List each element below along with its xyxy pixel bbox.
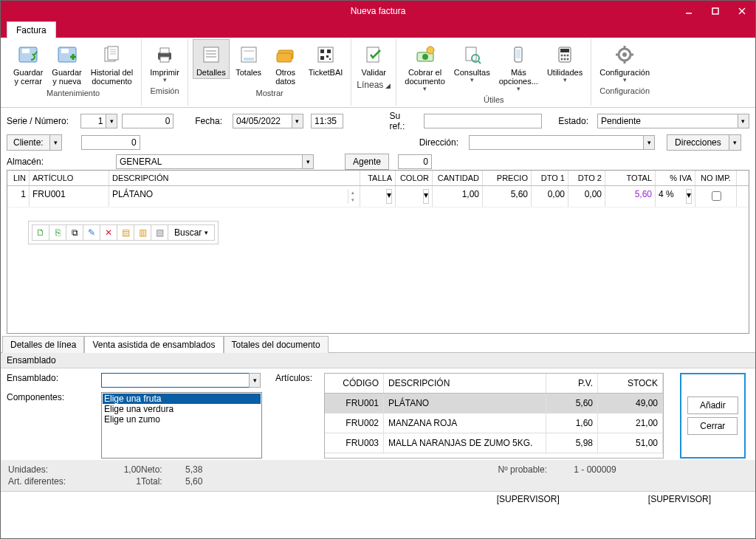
print-button[interactable]: Imprimir ▾ xyxy=(146,39,183,86)
direcciones-button[interactable]: Direcciones xyxy=(667,134,729,151)
list-item[interactable]: Elige una verdura xyxy=(103,404,261,414)
table-row[interactable]: FRU002 MANZANA ROJA 1,60 21,00 xyxy=(325,413,663,433)
tab-detalles-linea[interactable]: Detalles de línea xyxy=(2,336,84,353)
search-button[interactable]: Buscar▾ xyxy=(168,224,215,241)
mas-opciones-button[interactable]: Másopciones... ▾ xyxy=(495,39,542,95)
document-header: Serie / Número: ▾ Fecha: ▾ Su ref.: Esta… xyxy=(1,108,755,170)
list-item[interactable]: Elige un zumo xyxy=(103,414,261,425)
copy-line-button[interactable]: ⧉ xyxy=(66,224,83,241)
close-button[interactable] xyxy=(729,1,755,21)
fecha-input[interactable] xyxy=(233,114,292,128)
fecha-drop[interactable]: ▾ xyxy=(292,114,303,128)
svg-rect-41 xyxy=(516,49,520,58)
save-close-button[interactable]: Guardary cerrar xyxy=(10,39,47,88)
desc-spinner[interactable]: ▴▾ xyxy=(348,189,357,204)
svg-rect-31 xyxy=(326,55,329,58)
status-bar: [SUPERVISOR] [SUPERVISOR] xyxy=(1,491,755,507)
svg-point-35 xyxy=(422,54,428,60)
window-title: Nueva factura xyxy=(351,6,406,16)
almacen-drop[interactable]: ▾ xyxy=(302,154,314,169)
printer-icon xyxy=(153,43,176,66)
asm-actions: Añadir Cerrar xyxy=(680,373,746,459)
svg-point-44 xyxy=(561,55,563,57)
grid-row[interactable]: 1 FRU001 PLÁTANO ▴▾ ▾ ▾ 1,00 5,60 0,00 0… xyxy=(7,186,749,207)
image-button[interactable]: ▧ xyxy=(151,224,168,241)
direcciones-drop[interactable]: ▾ xyxy=(729,134,741,151)
suref-input[interactable] xyxy=(424,114,542,128)
svg-rect-29 xyxy=(327,49,331,53)
agente-num-input[interactable] xyxy=(398,154,432,169)
chevron-down-icon: ▾ xyxy=(623,77,627,83)
save-new-button[interactable]: Guardary nueva xyxy=(48,39,85,88)
utilidades-button[interactable]: Utilidades ▾ xyxy=(543,39,586,86)
numero-input[interactable] xyxy=(122,114,173,128)
grid-header: LIN ARTÍCULO DESCRIPCIÓN TALLA COLOR CAN… xyxy=(7,171,749,186)
cliente-num-input[interactable] xyxy=(81,135,140,150)
direccion-input[interactable] xyxy=(469,135,643,150)
insert-line-button[interactable]: ⎘ xyxy=(49,224,66,241)
svg-rect-43 xyxy=(560,49,569,52)
hora-input[interactable] xyxy=(311,114,343,128)
svg-point-51 xyxy=(622,52,627,57)
table-row[interactable]: FRU003 MALLA NARANJAS DE ZUMO 5KG. 5,98 … xyxy=(325,433,663,453)
edit-line-button[interactable]: ✎ xyxy=(83,224,100,241)
serie-label: Serie / Número: xyxy=(7,116,76,126)
ribbon-group-emision: Imprimir ▾ Emisión xyxy=(142,39,188,106)
cerrar-button[interactable]: Cerrar xyxy=(687,417,738,435)
cliente-name-input[interactable] xyxy=(149,136,415,149)
noimp-checkbox[interactable] xyxy=(712,191,721,201)
almacen-input[interactable] xyxy=(116,154,302,169)
qr-icon xyxy=(314,43,337,66)
cliente-button[interactable]: Cliente: xyxy=(7,134,50,151)
totals-icon xyxy=(237,43,261,66)
svg-point-49 xyxy=(567,58,569,61)
ensamblado-header: Ensamblado xyxy=(1,353,755,368)
totales-button[interactable]: Totales xyxy=(231,39,267,79)
new-line-button[interactable]: 🗋 xyxy=(32,224,49,241)
articulos-label: Artículos: xyxy=(275,373,312,383)
history-button[interactable]: Historial deldocumento xyxy=(87,39,137,88)
tab-factura[interactable]: Factura xyxy=(7,21,56,38)
floppy-check-icon xyxy=(16,43,40,66)
detalles-button[interactable]: Detalles xyxy=(193,39,230,79)
tab-venta-asistida[interactable]: Venta asistida de ensamblados xyxy=(84,336,223,353)
ensamblado-drop[interactable]: ▾ xyxy=(249,373,261,388)
list-item[interactable]: Elige una fruta xyxy=(103,394,261,404)
consultas-button[interactable]: Consultas ▾ xyxy=(450,39,494,86)
mobile-icon xyxy=(506,43,530,66)
config-button[interactable]: Configuración ▾ xyxy=(596,39,653,86)
serie-drop[interactable]: ▾ xyxy=(106,114,117,128)
estado-input[interactable] xyxy=(597,114,738,128)
minimize-button[interactable] xyxy=(676,1,702,21)
estado-drop[interactable]: ▾ xyxy=(738,114,749,128)
svg-point-36 xyxy=(427,47,434,54)
componentes-listbox[interactable]: Elige una fruta Elige una verdura Elige … xyxy=(101,392,262,459)
cliente-drop[interactable]: ▾ xyxy=(50,134,62,151)
svg-rect-5 xyxy=(22,49,30,53)
ensamblado-label: Ensamblado: xyxy=(7,373,95,388)
note-button[interactable]: ▤ xyxy=(117,224,134,241)
ribbon-group-mostrar: Detalles Totales Otrosdatos TicketBAI Mo… xyxy=(188,39,351,106)
table-row[interactable]: FRU001 PLÁTANO 5,60 49,00 xyxy=(325,394,663,413)
columns-button[interactable]: ▥ xyxy=(134,224,151,241)
articulos-table: CÓDIGO DESCRIPCIÓN P.V. STOCK FRU001 PLÁ… xyxy=(324,373,664,459)
cobrar-button[interactable]: Cobrar eldocumento ▾ xyxy=(401,39,448,95)
componentes-label: Componentes: xyxy=(7,392,95,459)
svg-rect-30 xyxy=(320,56,324,60)
ticketbai-button[interactable]: TicketBAI xyxy=(305,39,347,79)
maximize-button[interactable] xyxy=(702,1,729,21)
tab-totales-doc[interactable]: Totales del documento xyxy=(224,336,329,353)
svg-point-46 xyxy=(567,55,569,57)
direccion-drop[interactable]: ▾ xyxy=(643,135,655,150)
chevron-down-icon: ▾ xyxy=(563,77,567,83)
validar-button[interactable]: Validar xyxy=(356,39,391,79)
otros-datos-button[interactable]: Otrosdatos xyxy=(268,39,303,88)
delete-line-button[interactable]: ✕ xyxy=(100,224,117,241)
serie-input[interactable] xyxy=(80,114,106,128)
anadir-button[interactable]: Añadir xyxy=(687,396,738,414)
agente-button[interactable]: Agente xyxy=(345,154,389,170)
almacen-label: Almacén: xyxy=(7,157,89,167)
ensamblado-select[interactable] xyxy=(101,373,249,388)
ribbon-group-mantenimiento: Guardary cerrar Guardary nueva Historial… xyxy=(5,39,142,106)
svg-rect-17 xyxy=(160,57,169,62)
